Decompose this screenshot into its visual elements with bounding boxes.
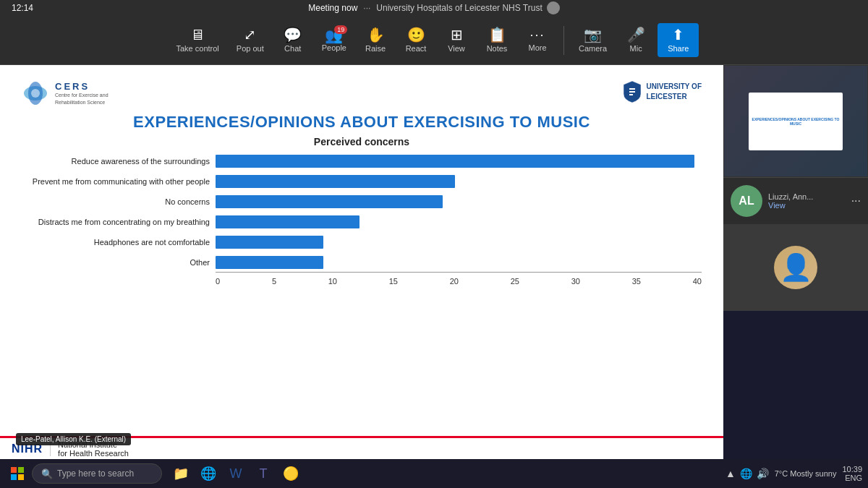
bar-container: [216, 254, 694, 270]
view-icon: ⊞: [451, 27, 463, 42]
people-badge: 19: [334, 25, 347, 34]
bar: [216, 175, 455, 188]
network-icon[interactable]: 🌐: [740, 468, 752, 479]
react-label: React: [406, 44, 427, 53]
toolbar-separator: [563, 26, 564, 55]
slide-thumbnail: EXPERIENCES/OPINIONS ABOUT EXERCISING TO…: [723, 65, 868, 177]
slide-mini: EXPERIENCES/OPINIONS ABOUT EXERCISING TO…: [749, 93, 843, 150]
start-button[interactable]: [6, 462, 29, 485]
nihr-bar: NIHR Lee-Patel, Allison K.E. (External) …: [0, 436, 723, 459]
chart-bar-label: Reduce awareness of the surroundings: [22, 157, 210, 166]
volume-icon[interactable]: 🔊: [757, 468, 769, 479]
slide-title: EXPERIENCES/OPINIONS ABOUT EXERCISING TO…: [22, 113, 702, 132]
taskbar-search[interactable]: 🔍 Type here to search: [32, 463, 162, 484]
person-icon: 👤: [780, 252, 812, 283]
taskbar: 🔍 Type here to search 📁 🌐 W T 🟡 ▲ 🌐 🔊 7°…: [0, 459, 868, 488]
view-label: View: [448, 44, 465, 53]
taskbar-word-app[interactable]: W: [223, 461, 249, 487]
chart-bar-label: Prevent me from communicating with other…: [22, 177, 210, 186]
pop-out-button[interactable]: ⤢ Pop out: [229, 23, 271, 57]
camera-label: Camera: [579, 44, 607, 53]
bar-container: [216, 214, 694, 230]
pop-out-label: Pop out: [237, 44, 264, 53]
chart-row: Reduce awareness of the surroundings: [22, 153, 694, 169]
participant-photo-circle: 👤: [774, 246, 817, 289]
raise-icon: ✋: [367, 27, 385, 42]
take-control-icon: 🖥: [190, 27, 205, 42]
chart-row: Other: [22, 254, 694, 270]
lang-indicator: ENG: [842, 474, 862, 482]
bar-container: [216, 234, 694, 250]
weather-info: 7°C Mostly sunny: [775, 469, 837, 478]
bar: [216, 236, 323, 249]
meeting-toolbar: 🖥 Take control ⤢ Pop out 💬 Chat 👥 19 Peo…: [0, 16, 868, 65]
svg-rect-4: [629, 91, 635, 93]
participant-al-menu[interactable]: ···: [851, 194, 861, 207]
view-button[interactable]: ⊞ View: [438, 23, 475, 57]
chart-row: Prevent me from communicating with other…: [22, 174, 694, 189]
taskbar-apps: 📁 🌐 W T 🟡: [168, 461, 304, 487]
x-axis-tick-label: 5: [272, 277, 276, 286]
presentation-slide: CERS Centre for Exercise andRehabilitati…: [0, 65, 723, 459]
svg-rect-7: [18, 467, 24, 473]
svg-rect-3: [629, 88, 635, 90]
main-content: CERS Centre for Exercise andRehabilitati…: [0, 65, 868, 459]
nihr-logo-wrapper: NIHR Lee-Patel, Allison K.E. (External): [12, 442, 43, 455]
svg-rect-5: [629, 94, 633, 95]
svg-point-2: [31, 89, 40, 98]
chart-row: No concerns: [22, 194, 694, 210]
notes-button[interactable]: 📋 Notes: [478, 23, 516, 57]
slide-header: CERS Centre for Exercise andRehabilitati…: [22, 80, 702, 107]
take-control-button[interactable]: 🖥 Take control: [169, 23, 226, 57]
right-panel: EXPERIENCES/OPINIONS ABOUT EXERCISING TO…: [723, 65, 868, 459]
x-axis-tick-label: 40: [693, 277, 702, 286]
x-axis: 0510152025303540: [216, 277, 702, 286]
chart-bar-label: Headphones are not comfortable: [22, 238, 210, 247]
x-axis-tick-label: 0: [216, 277, 220, 286]
chat-icon: 💬: [284, 27, 302, 42]
search-placeholder: Type here to search: [57, 468, 134, 479]
participant-al-card: AL Liuzzi, Ann... View ···: [723, 177, 868, 224]
bar: [216, 215, 359, 228]
cers-logo: CERS Centre for Exercise andRehabilitati…: [22, 80, 109, 107]
meeting-time: 12:14: [12, 3, 33, 13]
cers-logo-icon: [22, 80, 49, 107]
mic-label: Mic: [630, 44, 642, 53]
x-axis-line: [216, 272, 702, 273]
participant-al-view[interactable]: View: [768, 201, 813, 210]
cers-text: CERS: [55, 81, 109, 92]
participant-al-initials: AL: [739, 194, 754, 207]
share-label: Share: [668, 44, 689, 53]
people-button[interactable]: 👥 19 People: [315, 24, 354, 56]
mic-icon: 🎤: [627, 27, 645, 42]
cers-subtext: Centre for Exercise andRehabilitation Sc…: [55, 92, 109, 105]
share-button[interactable]: ⬆ Share: [658, 23, 699, 57]
taskbar-edge-app[interactable]: 🌐: [195, 461, 221, 487]
camera-icon: 📷: [584, 27, 602, 42]
windows-icon: [11, 467, 24, 480]
svg-rect-8: [11, 474, 17, 480]
x-axis-tick-label: 25: [511, 277, 519, 286]
react-button[interactable]: 🙂 React: [397, 23, 435, 57]
chevron-up-icon[interactable]: ▲: [726, 468, 736, 479]
taskbar-files-app[interactable]: 📁: [168, 461, 194, 487]
mic-button[interactable]: 🎤 Mic: [617, 23, 655, 57]
chat-label: Chat: [284, 44, 301, 53]
clock-time: 10:39: [842, 465, 862, 474]
notes-icon: 📋: [488, 27, 506, 42]
raise-button[interactable]: ✋ Raise: [357, 23, 394, 57]
taskbar-chrome-app[interactable]: 🟡: [278, 461, 304, 487]
top-bar-dots: ···: [363, 3, 370, 13]
bar: [216, 155, 694, 168]
chat-button[interactable]: 💬 Chat: [274, 23, 312, 57]
bar-chart: Reduce awareness of the surroundingsPrev…: [22, 153, 702, 270]
bar-container: [216, 174, 694, 189]
chart-title: Perceived concerns: [22, 136, 702, 147]
chart-bar-label: No concerns: [22, 197, 210, 206]
camera-button[interactable]: 📷 Camera: [571, 23, 614, 57]
raise-label: Raise: [365, 44, 386, 53]
taskbar-right: ▲ 🌐 🔊 7°C Mostly sunny 10:39 ENG: [726, 465, 862, 482]
taskbar-teams-app[interactable]: T: [250, 461, 276, 487]
more-button[interactable]: ··· More: [519, 24, 556, 56]
chart-row: Headphones are not comfortable: [22, 234, 694, 250]
